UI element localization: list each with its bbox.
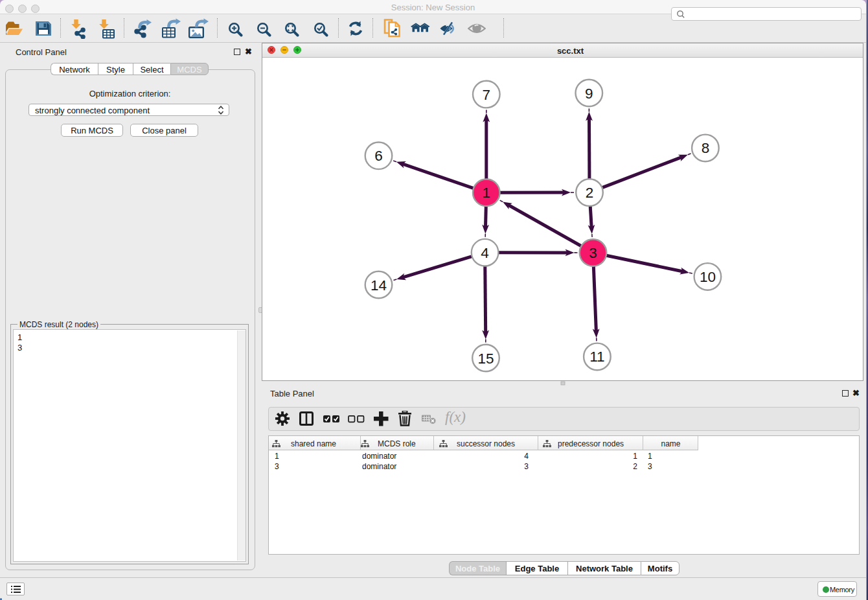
svg-text:14: 14 bbox=[371, 277, 387, 294]
svg-text:3: 3 bbox=[589, 245, 597, 261]
svg-text:10: 10 bbox=[700, 269, 716, 285]
svg-text:6: 6 bbox=[374, 148, 383, 164]
svg-text:4: 4 bbox=[481, 245, 489, 261]
svg-text:7: 7 bbox=[483, 87, 491, 103]
svg-text:9: 9 bbox=[585, 86, 593, 102]
svg-text:2: 2 bbox=[586, 185, 594, 201]
svg-text:8: 8 bbox=[702, 140, 710, 156]
svg-text:1: 1 bbox=[483, 185, 491, 201]
svg-text:15: 15 bbox=[477, 351, 494, 367]
svg-text:11: 11 bbox=[589, 349, 604, 365]
